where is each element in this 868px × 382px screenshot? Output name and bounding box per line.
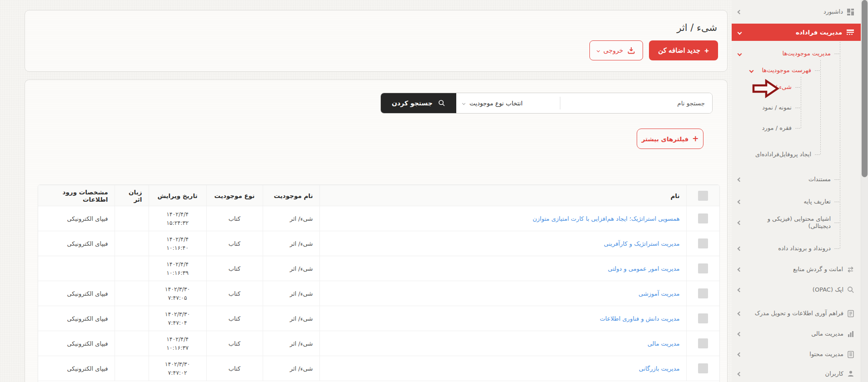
add-new-label: جدید اضافه کن: [658, 46, 700, 55]
sidebar-item-content-management[interactable]: مدیریت محتوا: [738, 348, 854, 361]
col-header-entity-name: نام موجودیت: [263, 185, 319, 206]
sidebar-item-dashboard[interactable]: داشبورد: [738, 5, 854, 18]
plus-icon: +: [692, 135, 698, 143]
row-name-link[interactable]: همسویی استراتژیک؛ ایجاد هم‌افزایی با کار…: [533, 215, 680, 222]
sidebar-item-metadata-management[interactable]: مدیریت فراداده: [732, 24, 861, 41]
row-name-link[interactable]: مدیریت مالی: [648, 340, 680, 347]
tree-line: [801, 77, 801, 128]
more-filters-button[interactable]: + فیلترهای بیشتر: [637, 129, 703, 149]
sidebar-item-circulation[interactable]: امانت و گردش منابع: [738, 263, 854, 276]
row-work-language: [115, 331, 149, 356]
sidebar-item-item-case[interactable]: فقره / مورد: [738, 122, 800, 134]
row-edit-date: ۱۴۰۲/۴/۴۱۰:۱۶:۴۰: [149, 231, 206, 256]
row-edit-date: ۱۴۰۲/۳/۳۰۷:۴۷:۰۲: [149, 356, 206, 381]
chevron-down-icon: [462, 101, 465, 104]
row-work-language: [115, 256, 149, 281]
row-edit-date: ۱۴۰۲/۳/۳۰۷:۴۷:۰۵: [149, 281, 206, 306]
row-work-language: [115, 306, 149, 331]
add-new-button[interactable]: + جدید اضافه کن: [649, 40, 718, 60]
col-header-name: نام: [319, 185, 686, 206]
row-entity-name: شیء/ اثر: [263, 206, 319, 231]
col-header-entity-type: نوع موجودیت: [206, 185, 263, 206]
divider: [560, 97, 560, 109]
sidebar-item-create-metadata-profile[interactable]: ایجاد پروفایل‌فراداده‌ای: [738, 148, 820, 161]
row-entry-specs: فیپای الکترونیکی: [38, 356, 115, 381]
page-title: شیء / اثر: [677, 22, 717, 33]
entity-type-select[interactable]: انتخاب نوع موجودیت: [456, 93, 560, 113]
row-name-link[interactable]: مدیریت آموزشی: [639, 290, 679, 297]
sidebar-item-users[interactable]: کاربران: [738, 367, 854, 380]
dashboard-grid-icon: [847, 8, 854, 16]
content-card: انتخاب نوع موجودیت جستجو کردن + فیلترهای…: [25, 79, 728, 382]
scrollbar-track[interactable]: [861, 0, 868, 382]
chevron-left-icon: [738, 332, 742, 336]
row-entry-specs: فیپای الکترونیکی: [38, 281, 115, 306]
tree-stub: [815, 154, 820, 155]
row-checkbox[interactable]: [698, 313, 708, 323]
chevron-left-icon: [738, 199, 742, 204]
pointer-arrow-annotation: [752, 79, 779, 98]
search-name-input[interactable]: [560, 93, 712, 113]
row-entity-type: کتاب: [206, 331, 263, 356]
tree-stub: [834, 179, 839, 180]
download-icon: [627, 46, 635, 55]
sidebar-item-financial-management[interactable]: مدیریت مالی: [738, 327, 854, 340]
row-entity-type: کتاب: [206, 206, 263, 231]
chevron-down-icon: [738, 30, 742, 35]
row-entity-name: شیء/ اثر: [263, 231, 319, 256]
search-submit-button[interactable]: جستجو کردن: [381, 93, 456, 113]
search-icon: [847, 286, 854, 293]
row-edit-date: ۱۴۰۲/۳/۳۰۷:۴۷:۰۴: [149, 306, 206, 331]
tree-stub: [795, 108, 800, 108]
row-entity-type: کتاب: [206, 281, 263, 306]
row-edit-date: ۱۴۰۲/۴/۴۱۰:۱۶:۳۷: [149, 331, 206, 356]
chevron-left-icon: [738, 10, 742, 14]
finance-chart-icon: [847, 330, 854, 337]
export-label: خروجی: [604, 47, 623, 54]
sidebar-item-instance-manifestation[interactable]: نمونه / نمود: [738, 101, 800, 114]
more-filters-label: فیلترهای بیشتر: [642, 135, 689, 143]
table-row: مدیریت امور عمومی و دولتی شیء/ اثر کتاب …: [38, 256, 719, 281]
row-checkbox[interactable]: [698, 363, 708, 373]
row-entry-specs: فیپای الکترونیکی: [38, 331, 115, 356]
row-entity-name: شیء/ اثر: [263, 331, 319, 356]
table-row: مدیریت مالی شیء/ اثر کتاب ۱۴۰۲/۴/۴۱۰:۱۶:…: [38, 331, 719, 356]
content-doc-icon: [847, 351, 854, 358]
row-entity-name: شیء/ اثر: [263, 256, 319, 281]
sidebar-item-document-delivery[interactable]: فراهم آوری اطلاعات و تحویل مدرک: [738, 307, 854, 320]
chevron-left-icon: [738, 311, 742, 316]
sidebar-item-data-input-output[interactable]: درونداد و برونداد داده: [738, 242, 839, 255]
row-entity-name: شیء/ اثر: [263, 306, 319, 331]
sidebar-item-documentation[interactable]: مستندات: [738, 173, 839, 186]
chevron-left-icon: [738, 372, 742, 376]
tree-line: [820, 60, 821, 154]
chevron-left-icon: [738, 288, 742, 292]
sidebar-item-opac[interactable]: اپک (OPAC): [738, 283, 854, 296]
search-icon: [438, 99, 445, 107]
row-checkbox[interactable]: [698, 213, 708, 223]
row-checkbox[interactable]: [698, 338, 708, 348]
row-checkbox[interactable]: [698, 288, 708, 298]
users-icon: [847, 370, 854, 377]
row-entity-type: کتاب: [206, 306, 263, 331]
row-checkbox[interactable]: [698, 238, 708, 248]
tree-stub: [834, 248, 839, 249]
select-all-checkbox[interactable]: [698, 191, 708, 201]
scrollbar-thumb[interactable]: [862, 0, 868, 177]
table-row: همسویی استراتژیک؛ ایجاد هم‌افزایی با کار…: [38, 206, 719, 231]
row-name-link[interactable]: مدیریت امور عمومی و دولتی: [608, 265, 680, 272]
chevron-left-icon: [738, 267, 742, 272]
export-button[interactable]: خروجی: [589, 40, 643, 60]
sidebar-item-entity-management[interactable]: مدیریت موجودیت‌ها: [738, 47, 839, 60]
tree-line: [840, 42, 840, 248]
row-entity-type: کتاب: [206, 231, 263, 256]
row-name-link[interactable]: مدیریت بازرگانی: [639, 365, 680, 372]
sidebar-item-entity-list[interactable]: فهرست موجودیت‌ها: [750, 64, 820, 77]
sidebar-item-basic-definitions[interactable]: تعاریف پایه: [738, 195, 839, 208]
row-entry-specs: [38, 256, 115, 281]
row-name-link[interactable]: مدیریت استراتژیک و کارآفرینی: [604, 240, 680, 247]
row-checkbox[interactable]: [698, 263, 708, 273]
sidebar-item-content-objects[interactable]: اشیای محتوایی (فیزیکی و دیجیتالی): [738, 213, 839, 233]
row-entry-specs: فیپای الکترونیکی: [38, 231, 115, 256]
row-name-link[interactable]: مدیریت دانش و فناوری اطلاعات: [600, 315, 680, 322]
